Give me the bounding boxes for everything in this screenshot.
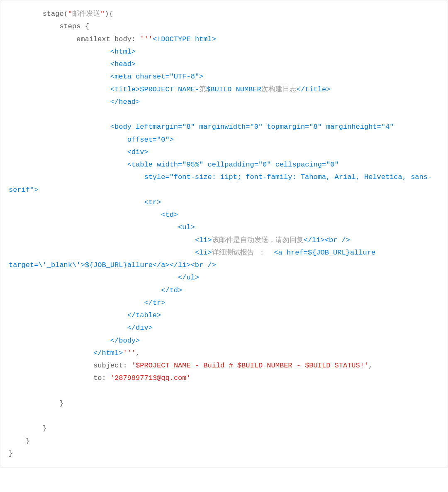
code-line: stage("邮件发送"){: [9, 10, 113, 18]
code-line: </body>: [9, 337, 140, 345]
code-line: <head>: [9, 60, 136, 68]
code-line: <td>: [9, 211, 178, 219]
code-line: <table width="95%" cellpadding="0" cells…: [9, 161, 339, 169]
code-line: style="font-size: 11pt; font-family: Tah…: [9, 173, 432, 193]
code-line: <div>: [9, 148, 149, 156]
code-line: </head>: [9, 98, 140, 106]
code-line: emailext body: '''<!DOCTYPE html>: [9, 35, 216, 43]
code-line: subject: '$PROJECT_NAME - Build # $BUILD…: [9, 362, 373, 370]
code-line: <title>$PROJECT_NAME-第$BUILD_NUMBER次构建日志…: [9, 86, 330, 93]
code-line: offset="0">: [9, 136, 174, 144]
code-line: <li>详细测试报告 ： <a href=${JOB_URL}allure ta…: [9, 249, 380, 269]
code-line: <ul>: [9, 223, 195, 231]
code-line: <li>该邮件是自动发送，请勿回复</li><br />: [9, 236, 350, 244]
code-line: <body leftmargin="8" marginwidth="0" top…: [9, 123, 394, 131]
code-line: <meta charset="UTF-8">: [9, 73, 203, 81]
code-line: </table>: [9, 311, 161, 319]
code-line: }: [9, 424, 47, 432]
code-line: <html>: [9, 48, 136, 56]
code-line: to: '2879897713@qq.com': [9, 374, 191, 382]
code-block: stage("邮件发送"){ steps { emailext body: ''…: [9, 8, 439, 460]
code-line: </ul>: [9, 274, 199, 281]
code-line: }: [9, 450, 13, 458]
code-line: steps {: [9, 22, 89, 30]
code-line: }: [9, 399, 64, 407]
code-line: </html>''',: [9, 349, 140, 357]
code-line: </tr>: [9, 299, 165, 307]
code-line: </div>: [9, 324, 153, 332]
code-line: <tr>: [9, 198, 161, 206]
code-line: }: [9, 437, 30, 445]
code-line: </td>: [9, 286, 182, 294]
